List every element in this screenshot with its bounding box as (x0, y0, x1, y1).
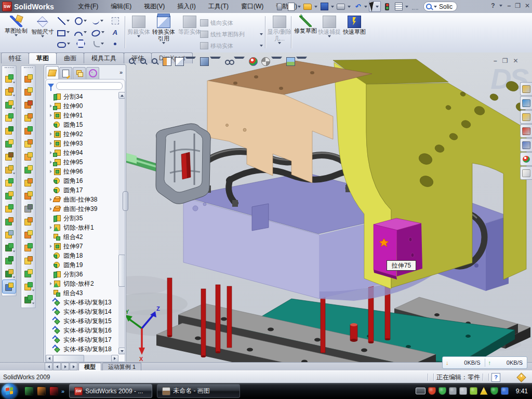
ft-tool-icon-6[interactable] (3, 137, 16, 150)
expand-arrow-icon[interactable] (48, 114, 53, 117)
zoom-area-button[interactable] (139, 56, 149, 66)
镜向实体-button[interactable]: 镜向实体 (200, 17, 263, 29)
section-view-button[interactable] (162, 56, 172, 66)
filter-icon[interactable] (48, 84, 54, 88)
panel-chevron[interactable]: » (119, 69, 123, 75)
display-style-button[interactable] (199, 56, 222, 66)
sm-tool-icon-21[interactable] (22, 124, 35, 137)
ft-tool-icon-3[interactable] (3, 98, 16, 111)
tree-item[interactable]: 拉伸95 (46, 157, 118, 167)
tree-item[interactable]: 拉伸93 (46, 139, 118, 148)
messenger-icon[interactable] (24, 387, 33, 395)
ft-tool-icon-2[interactable] (3, 85, 16, 98)
expand-arrow-icon[interactable] (48, 132, 53, 136)
dropdown-icon[interactable] (162, 42, 165, 44)
expand-arrow-icon[interactable] (48, 151, 53, 154)
sm-tool-icon-18[interactable] (22, 85, 35, 98)
view-orientation-button[interactable] (174, 56, 197, 66)
dropdown-icon[interactable] (84, 20, 87, 22)
tree-item[interactable]: 分割34 (46, 92, 118, 101)
tree-item[interactable]: 拉伸97 (46, 242, 118, 251)
sm-tool-icon-26[interactable] (22, 189, 35, 202)
property-manager-tab[interactable] (59, 67, 72, 79)
scroll-right-button[interactable] (111, 355, 118, 362)
tab-特征[interactable]: 特征 (1, 52, 29, 63)
appearances-tab[interactable] (520, 152, 532, 166)
expand-arrow-icon[interactable] (48, 161, 53, 164)
dropdown-icon[interactable] (13, 82, 16, 83)
new-document-button[interactable] (286, 2, 296, 11)
tag-icon[interactable] (516, 373, 526, 382)
view-settings-button[interactable] (285, 56, 309, 66)
filter-input[interactable] (56, 82, 123, 90)
search-box[interactable]: Solic (423, 2, 457, 11)
tab-nav-last[interactable] (70, 363, 77, 370)
等距实体-button[interactable]: 等距实体 (178, 14, 202, 50)
tab-nav-first[interactable] (45, 363, 52, 370)
solidworks-resources-tab[interactable] (520, 82, 532, 96)
taskbar-window-1[interactable]: 未命名 - 画图 (157, 384, 240, 398)
arc-button[interactable] (72, 26, 89, 38)
doc-close-button[interactable]: ✕ (513, 57, 518, 64)
ft-tool-icon-16[interactable] (3, 267, 16, 280)
修复草图-button[interactable]: 修复草图 (293, 14, 318, 50)
ft-tool-icon-11[interactable] (3, 202, 16, 215)
expand-arrow-icon[interactable] (48, 282, 53, 285)
undo-icon-dropdown[interactable] (364, 6, 367, 8)
ft-tool-icon-8[interactable] (3, 163, 16, 176)
dropdown-icon[interactable] (101, 43, 104, 45)
menu-2[interactable]: 视图(V) (138, 0, 171, 13)
ft-measure-icon[interactable] (2, 280, 16, 294)
tree-horizontal-scrollbar[interactable] (46, 355, 118, 362)
panel-splitter-handle[interactable] (123, 191, 128, 211)
tree-item[interactable]: 圆角19 (46, 260, 118, 270)
tree-item[interactable]: 圆角18 (46, 251, 118, 260)
sm-tool-icon-19[interactable] (22, 98, 35, 111)
close-button[interactable]: ✕ (525, 2, 530, 9)
dropdown-icon[interactable] (41, 35, 44, 37)
dropdown-icon[interactable] (13, 172, 16, 174)
dropdown-icon[interactable] (234, 57, 245, 66)
scroll-left-button[interactable] (46, 355, 53, 362)
antivirus-shield-icon[interactable] (438, 387, 446, 395)
search-scope-dropdown-icon[interactable] (434, 6, 437, 8)
tree-item[interactable]: 切除-放样2 (46, 279, 118, 288)
ft-tool-icon-1[interactable] (3, 72, 16, 85)
sm-tool-icon-25[interactable] (22, 176, 35, 189)
sm-tool-icon-31[interactable] (22, 254, 35, 267)
sm-tool-icon-23[interactable] (22, 150, 35, 163)
dropdown-icon[interactable] (13, 276, 16, 278)
menu-1[interactable]: 编辑(E) (104, 0, 138, 13)
显示/删除几...-button[interactable]: 显示/删除几... (267, 14, 292, 50)
point-button[interactable] (107, 38, 124, 49)
dropdown-icon[interactable] (260, 33, 263, 35)
restore-button[interactable]: ❐ (515, 2, 521, 9)
剪裁实体-button[interactable]: 剪裁实体 (127, 14, 151, 50)
red-cylinder[interactable] (350, 323, 357, 342)
start-button[interactable] (2, 383, 17, 399)
线性草图阵列-button[interactable]: 线性草图阵列 (200, 29, 263, 40)
select-cursor-icon[interactable] (369, 2, 376, 12)
tree-item[interactable]: 切除-放样1 (46, 223, 118, 232)
sketch-fillet-button[interactable] (89, 38, 107, 49)
tree-item[interactable]: 实体-移动/复制14 (46, 307, 118, 316)
shaded-contour-button[interactable] (107, 15, 124, 26)
toolbar-grip[interactable] (5, 67, 14, 70)
search-input[interactable]: Solic (439, 3, 453, 10)
tree-item[interactable]: 实体-移动/复制18 (46, 344, 118, 354)
tree-item[interactable]: 拉伸92 (46, 129, 118, 139)
sm-tool-icon-33[interactable] (22, 280, 35, 292)
tab-模具工具[interactable]: 模具工具 (84, 52, 124, 63)
dropdown-icon[interactable] (32, 302, 35, 304)
apply-scene-button[interactable] (260, 56, 284, 66)
doc-restore-button[interactable]: ❐ (502, 57, 508, 64)
configuration-manager-tab[interactable] (73, 67, 86, 79)
select-tool-group[interactable] (369, 1, 381, 12)
new-document-icon-dropdown[interactable] (298, 6, 301, 8)
custom-properties-tab[interactable] (520, 166, 532, 180)
help-dropdown-icon[interactable] (499, 5, 502, 7)
dropdown-icon[interactable] (328, 35, 331, 37)
edit-appearance-button[interactable] (248, 56, 259, 66)
media-player-icon[interactable] (37, 387, 46, 395)
security-alert-icon[interactable] (428, 387, 436, 395)
